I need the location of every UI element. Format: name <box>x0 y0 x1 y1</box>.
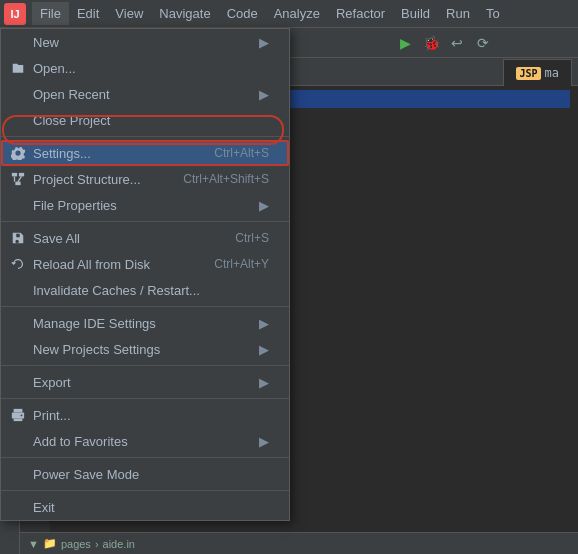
menu-item-project-structure[interactable]: Project Structure... Ctrl+Alt+Shift+S <box>1 166 289 192</box>
submenu-arrow-new-projects: ▶ <box>259 342 269 357</box>
editor-tab-main[interactable]: JSP ma <box>503 59 572 87</box>
separator-3 <box>1 306 289 307</box>
reload-shortcut: Ctrl+Alt+Y <box>214 257 269 271</box>
svg-rect-7 <box>14 419 23 422</box>
separator-4 <box>1 365 289 366</box>
submenu-arrow-new: ▶ <box>259 35 269 50</box>
menu-view[interactable]: View <box>107 2 151 25</box>
separator-7 <box>1 490 289 491</box>
menu-navigate[interactable]: Navigate <box>151 2 218 25</box>
menu-item-new-projects[interactable]: New Projects Settings ▶ <box>1 336 289 362</box>
menu-item-invalidate[interactable]: Invalidate Caches / Restart... <box>1 277 289 303</box>
svg-line-4 <box>18 176 22 181</box>
print-icon <box>9 408 27 422</box>
menu-item-add-favorites[interactable]: Add to Favorites ▶ <box>1 428 289 454</box>
menu-refactor[interactable]: Refactor <box>328 2 393 25</box>
submenu-arrow-export: ▶ <box>259 375 269 390</box>
separator-5 <box>1 398 289 399</box>
menu-item-exit[interactable]: Exit <box>1 494 289 520</box>
menu-run[interactable]: Run <box>438 2 478 25</box>
svg-rect-0 <box>12 173 17 177</box>
separator-1 <box>1 136 289 137</box>
submenu-arrow-recent: ▶ <box>259 87 269 102</box>
menu-item-reload[interactable]: Reload All from Disk Ctrl+Alt+Y <box>1 251 289 277</box>
menu-item-open-recent[interactable]: Open Recent ▶ <box>1 81 289 107</box>
menu-item-open[interactable]: Open... <box>1 55 289 81</box>
svg-rect-1 <box>19 173 24 177</box>
menu-tools[interactable]: To <box>478 2 508 25</box>
save-all-shortcut: Ctrl+S <box>235 231 269 245</box>
separator-2 <box>1 221 289 222</box>
debug-icon[interactable]: 🐞 <box>420 32 442 54</box>
svg-rect-5 <box>14 409 23 413</box>
menu-item-close-project[interactable]: Close Project <box>1 107 289 133</box>
menu-item-new[interactable]: New ▶ <box>1 29 289 55</box>
svg-rect-2 <box>15 182 20 186</box>
menu-analyze[interactable]: Analyze <box>266 2 328 25</box>
bottom-bar-file: aide.in <box>103 538 135 550</box>
settings-shortcut: Ctrl+Alt+S <box>214 146 269 160</box>
submenu-arrow-file-props: ▶ <box>259 198 269 213</box>
project-structure-icon <box>9 172 27 186</box>
bottom-bar: ▼ 📁 pages › aide.in <box>20 532 578 554</box>
menu-item-export[interactable]: Export ▶ <box>1 369 289 395</box>
profile-icon[interactable]: ⟳ <box>472 32 494 54</box>
submenu-arrow-favorites: ▶ <box>259 434 269 449</box>
menu-item-manage-ide[interactable]: Manage IDE Settings ▶ <box>1 310 289 336</box>
coverage-icon[interactable]: ↩ <box>446 32 468 54</box>
bottom-bar-folder-icon: ▼ <box>28 538 39 550</box>
svg-point-8 <box>21 415 23 417</box>
settings-icon <box>9 146 27 160</box>
menu-edit[interactable]: Edit <box>69 2 107 25</box>
project-structure-shortcut: Ctrl+Alt+Shift+S <box>183 172 269 186</box>
menu-item-print[interactable]: Print... <box>1 402 289 428</box>
file-menu: New ▶ Open... Open Recent ▶ Close Projec… <box>0 28 290 521</box>
menu-item-settings[interactable]: Settings... Ctrl+Alt+S <box>1 140 289 166</box>
menu-build[interactable]: Build <box>393 2 438 25</box>
menu-code[interactable]: Code <box>219 2 266 25</box>
bottom-bar-separator: › <box>95 538 99 550</box>
save-all-icon <box>9 231 27 245</box>
menu-file[interactable]: File <box>32 2 69 25</box>
run-icon[interactable]: ▶ <box>394 32 416 54</box>
bottom-bar-folder-label: 📁 <box>43 537 57 550</box>
menu-item-file-properties[interactable]: File Properties ▶ <box>1 192 289 218</box>
separator-6 <box>1 457 289 458</box>
menu-bar: IJ File Edit View Navigate Code Analyze … <box>0 0 578 28</box>
reload-icon <box>9 257 27 271</box>
menu-item-save-all[interactable]: Save All Ctrl+S <box>1 225 289 251</box>
app-logo: IJ <box>4 3 26 25</box>
submenu-arrow-manage-ide: ▶ <box>259 316 269 331</box>
menu-item-power-save[interactable]: Power Save Mode <box>1 461 289 487</box>
bottom-bar-path: pages <box>61 538 91 550</box>
open-icon <box>9 61 27 75</box>
